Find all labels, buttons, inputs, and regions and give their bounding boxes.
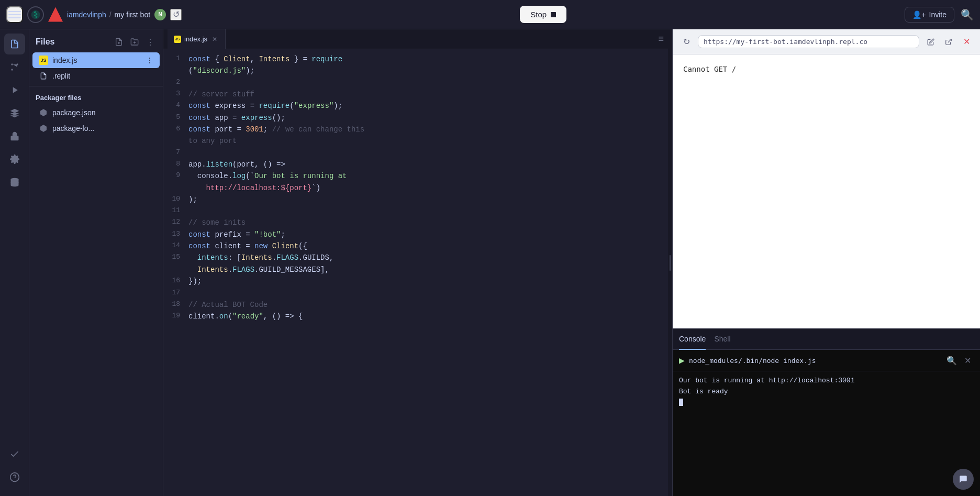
code-line: 14 const client = new Client({: [163, 240, 668, 252]
new-file-button[interactable]: [113, 36, 125, 48]
sidebar-icon-settings[interactable]: [4, 149, 25, 170]
browser-close-button[interactable]: ✕: [959, 35, 974, 49]
editor-tabs: JS index.js ✕ ≡: [163, 29, 668, 49]
code-line: 16 });: [163, 275, 668, 287]
hamburger-menu-button[interactable]: [6, 6, 23, 23]
tab-close-button[interactable]: ✕: [210, 35, 219, 43]
topbar: iamdevlinph / my first bot N ↺ Stop 👤+ I…: [0, 0, 980, 29]
help-icon: [9, 472, 20, 482]
file-item-packagelock[interactable]: package-lo...: [32, 120, 160, 136]
breadcrumb-project: my first bot: [115, 10, 150, 19]
terminal-line-cursor: [679, 398, 974, 409]
sidebar-icon-run[interactable]: [4, 80, 25, 101]
console-tab-console[interactable]: Console: [679, 329, 706, 350]
file-name-indexjs: index.js: [52, 56, 142, 64]
code-line: 2: [163, 77, 668, 89]
code-line: to any port: [163, 135, 668, 147]
file-item-indexjs[interactable]: JS index.js ⋮: [32, 52, 160, 68]
svg-point-0: [11, 63, 13, 65]
browser-url-input[interactable]: [698, 35, 919, 48]
file-panel-header: Files ⋮: [29, 29, 163, 52]
red-logo-icon: [48, 7, 63, 22]
file-item-replit[interactable]: .replit: [32, 68, 160, 84]
invite-label: Invite: [929, 10, 946, 19]
nodejs-icon: N: [154, 9, 166, 20]
sidebar-icon-git[interactable]: [4, 57, 25, 78]
browser-open-button[interactable]: [941, 35, 956, 49]
file-panel-actions: ⋮: [113, 36, 157, 48]
packager-files-label: Packager files: [29, 89, 163, 105]
package-json-icon: [39, 108, 48, 117]
terminal-line-2: Bot is ready: [679, 387, 974, 398]
code-line: 11: [163, 205, 668, 217]
sidebar-icon-checkmark[interactable]: [4, 444, 25, 465]
breadcrumb-username[interactable]: iamdevlinph: [67, 10, 106, 19]
main-area: Files ⋮ JS index.js ⋮ .replit Packa: [0, 29, 980, 496]
file-item-packagejson[interactable]: package.json: [32, 105, 160, 120]
file-more-button[interactable]: ⋮: [144, 36, 157, 48]
package-lock-icon: [39, 124, 48, 133]
terminal-line-1: Our bot is running at http://localhost:3…: [679, 376, 974, 387]
file-panel: Files ⋮ JS index.js ⋮ .replit Packa: [29, 29, 163, 496]
console-tab-shell[interactable]: Shell: [714, 329, 730, 350]
sidebar-icon-lock[interactable]: [4, 126, 25, 147]
sidebar-icon-help[interactable]: [4, 467, 25, 488]
code-line: 5 const app = express();: [163, 112, 668, 124]
terminal-search-button[interactable]: 🔍: [945, 354, 958, 367]
file-name-packagelock: package-lo...: [52, 124, 153, 133]
panel-divider[interactable]: [668, 29, 672, 496]
sidebar-icon-files[interactable]: [4, 34, 25, 54]
chat-button[interactable]: [953, 469, 974, 490]
right-panel: ↻ ✕ Cannot GET / Console Shell: [672, 29, 980, 496]
sidebar-icon-packages[interactable]: [4, 103, 25, 124]
code-line: 10 );: [163, 194, 668, 205]
files-icon: [9, 39, 20, 49]
terminal-close-button[interactable]: ✕: [961, 354, 974, 367]
editor-menu-button[interactable]: ≡: [658, 34, 664, 45]
code-container[interactable]: 1 const { Client, Intents } = require ("…: [163, 49, 668, 496]
history-button[interactable]: ↺: [170, 9, 182, 20]
external-link-icon: [945, 38, 952, 46]
cursor-icon: [679, 399, 683, 406]
edit-icon: [927, 38, 934, 46]
new-file-icon: [115, 38, 123, 46]
tab-label-indexjs: index.js: [184, 35, 207, 43]
code-line: 8 app.listen(port, () =>: [163, 159, 668, 170]
breadcrumb: iamdevlinph / my first bot: [67, 10, 150, 19]
browser-refresh-button[interactable]: ↻: [679, 35, 694, 49]
console-tabs: Console Shell: [673, 329, 980, 350]
stop-button[interactable]: Stop: [520, 6, 566, 23]
lock-icon: [9, 131, 20, 141]
new-folder-button[interactable]: [128, 36, 141, 48]
code-line: 1 const { Client, Intents } = require: [163, 53, 668, 65]
stop-label: Stop: [530, 10, 547, 19]
file-context-menu-button[interactable]: ⋮: [146, 56, 153, 64]
code-line: 3 // server stuff: [163, 89, 668, 100]
file-name-replit: .replit: [52, 72, 153, 80]
browser-edit-button[interactable]: [923, 35, 938, 49]
code-line: http://localhost:${port}`): [163, 182, 668, 194]
files-title: Files: [36, 37, 108, 47]
console-content[interactable]: ▶ node_modules/.bin/node index.js 🔍 ✕ Ou…: [673, 350, 980, 496]
packages-icon: [9, 108, 20, 118]
js-file-icon: JS: [39, 56, 48, 65]
sidebar-icons: [0, 29, 29, 496]
terminal-body: Our bot is running at http://localhost:3…: [673, 371, 980, 412]
code-line: 13 const prefix = "!bot";: [163, 229, 668, 240]
svg-point-2: [11, 69, 13, 70]
sidebar-icon-database[interactable]: [4, 172, 25, 193]
invite-button[interactable]: 👤+ Invite: [905, 7, 954, 23]
code-line: 6 const port = 3001; // we can change th…: [163, 124, 668, 135]
code-line: ("discord.js");: [163, 65, 668, 76]
files-divider: [29, 86, 163, 86]
browser-bar: ↻ ✕: [673, 29, 980, 54]
code-line: 15 intents: [Intents.FLAGS.GUILDS,: [163, 252, 668, 263]
search-button[interactable]: 🔍: [961, 8, 974, 21]
file-name-packagejson: package.json: [52, 108, 153, 117]
editor-tab-indexjs[interactable]: JS index.js ✕: [168, 29, 226, 49]
code-line: 19 client.on("ready", () => {: [163, 311, 668, 322]
browser-error-text: Cannot GET /: [683, 65, 736, 73]
hamburger-icon: [8, 8, 21, 21]
topbar-right: 👤+ Invite 🔍: [905, 7, 974, 23]
code-line: 12 // some inits: [163, 217, 668, 228]
